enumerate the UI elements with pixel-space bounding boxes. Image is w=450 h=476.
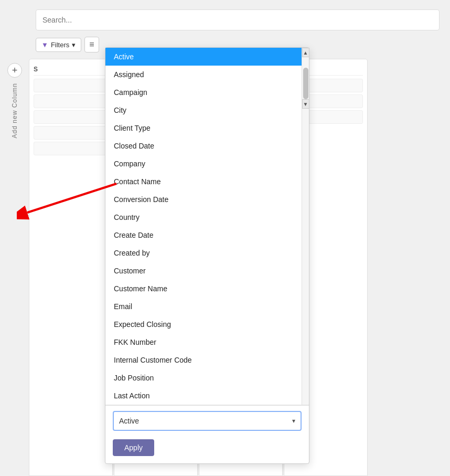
- col-item: [34, 142, 108, 155]
- dropdown-item-create_date[interactable]: Create Date: [105, 226, 309, 244]
- add-column-label: Add new Column: [11, 83, 18, 138]
- group-icon: ≡: [89, 40, 94, 49]
- filter-icon: ▼: [41, 41, 48, 49]
- dropdown-item-customer_name[interactable]: Customer Name: [105, 280, 309, 298]
- apply-btn-wrapper: Apply: [105, 435, 309, 463]
- add-column-button[interactable]: +: [7, 63, 22, 78]
- col-item: [34, 110, 108, 124]
- dropdown-item-contact_name[interactable]: Contact Name: [105, 173, 309, 191]
- scroll-thumb[interactable]: [303, 68, 308, 99]
- dropdown-item-assigned[interactable]: Assigned: [105, 66, 309, 83]
- scroll-up-button[interactable]: ▲: [302, 48, 309, 57]
- dropdown-item-expected_closing[interactable]: Expected Closing: [105, 315, 309, 333]
- dropdown-item-created_by[interactable]: Created by: [105, 244, 309, 262]
- bg-col-1: S: [29, 59, 113, 476]
- select-value: Active: [119, 417, 139, 425]
- col-header-1: S: [34, 64, 108, 76]
- apply-button[interactable]: Apply: [113, 439, 154, 456]
- col-item: [34, 79, 108, 92]
- dropdown-item-country[interactable]: Country: [105, 208, 309, 226]
- group-button[interactable]: ≡: [84, 37, 99, 52]
- dropdown-item-city[interactable]: City: [105, 101, 309, 119]
- select-box-wrapper: Active ▾: [105, 405, 309, 435]
- dropdown-item-fkk_number[interactable]: FKK Number: [105, 333, 309, 351]
- dropdown-item-closed_date[interactable]: Closed Date: [105, 137, 309, 155]
- search-bar: [36, 9, 440, 30]
- dropdown-item-job_position[interactable]: Job Position: [105, 369, 309, 387]
- dropdown-item-active[interactable]: Active: [105, 48, 309, 66]
- dropdown-item-campaign[interactable]: Campaign: [105, 83, 309, 101]
- scrollbar-track: ▲ ▼: [302, 48, 309, 405]
- active-select-box[interactable]: Active ▾: [113, 411, 302, 431]
- filters-label: Filters: [51, 41, 69, 49]
- dropdown-list-wrapper: ActiveAssignedCampaignCityClient TypeClo…: [105, 48, 309, 405]
- search-input[interactable]: [42, 16, 433, 24]
- filters-chevron-icon: ▾: [72, 41, 76, 49]
- chevron-down-icon: ▾: [292, 417, 295, 425]
- dropdown-item-email[interactable]: Email: [105, 298, 309, 315]
- dropdown-item-last_action[interactable]: Last Action: [105, 387, 309, 405]
- dropdown-list: ActiveAssignedCampaignCityClient TypeClo…: [105, 48, 309, 405]
- dropdown-item-internal_customer_code[interactable]: Internal Customer Code: [105, 351, 309, 369]
- dropdown-item-customer[interactable]: Customer: [105, 262, 309, 280]
- plus-icon: +: [12, 65, 18, 76]
- filters-button[interactable]: ▼ Filters ▾: [36, 38, 81, 52]
- scroll-down-button[interactable]: ▼: [302, 99, 309, 109]
- dropdown-item-company[interactable]: Company: [105, 155, 309, 173]
- col-item: [34, 94, 108, 108]
- toolbar: ▼ Filters ▾ ≡: [36, 37, 99, 52]
- page-background: ▼ Filters ▾ ≡ + Add new Column S S: [0, 0, 450, 476]
- add-column-sidebar: + Add new Column: [7, 63, 22, 138]
- col-item: [34, 126, 108, 140]
- column-picker-dropdown: ActiveAssignedCampaignCityClient TypeClo…: [105, 47, 309, 464]
- dropdown-item-client_type[interactable]: Client Type: [105, 119, 309, 137]
- dropdown-item-conversion_date[interactable]: Conversion Date: [105, 191, 309, 208]
